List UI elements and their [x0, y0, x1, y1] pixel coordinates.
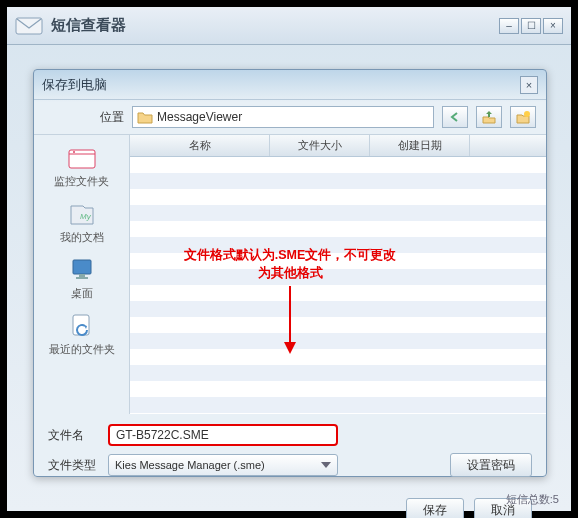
- filetype-select[interactable]: Kies Message Manager (.sme): [108, 454, 338, 476]
- sidebar-item-label: 监控文件夹: [54, 174, 109, 189]
- status-bar: 短信总数:5: [506, 492, 559, 507]
- save-dialog: 保存到电脑 × 位置 MessageViewer 监控文件夹: [33, 69, 547, 477]
- path-text: MessageViewer: [157, 110, 242, 124]
- title-bar: 短信查看器 – ☐ ×: [7, 7, 571, 45]
- desktop-icon: [67, 255, 97, 283]
- svg-rect-2: [69, 150, 95, 168]
- set-password-button[interactable]: 设置密码: [450, 453, 532, 477]
- sidebar-item-my-documents[interactable]: My 我的文档: [60, 199, 104, 245]
- svg-rect-0: [16, 18, 42, 34]
- column-headers: 名称 文件大小 创建日期: [130, 135, 546, 157]
- col-size[interactable]: 文件大小: [270, 135, 370, 156]
- mail-icon: [15, 16, 43, 36]
- svg-rect-6: [79, 274, 85, 277]
- dialog-titlebar: 保存到电脑 ×: [34, 70, 546, 100]
- svg-rect-5: [73, 260, 91, 274]
- file-list-body[interactable]: 文件格式默认为.SME文件，不可更改 为其他格式: [130, 157, 546, 414]
- col-date[interactable]: 创建日期: [370, 135, 470, 156]
- app-title: 短信查看器: [51, 16, 126, 35]
- dialog-title: 保存到电脑: [42, 76, 107, 94]
- folder-icon: [137, 110, 153, 124]
- up-button[interactable]: [476, 106, 502, 128]
- minimize-button[interactable]: –: [499, 18, 519, 34]
- svg-rect-7: [76, 277, 88, 279]
- sidebar-item-recent-folder[interactable]: 最近的文件夹: [49, 311, 115, 357]
- save-button[interactable]: 保存: [406, 498, 464, 518]
- monitor-folder-icon: [67, 143, 97, 171]
- sidebar-item-label: 桌面: [71, 286, 93, 301]
- annotation-line2: 为其他格式: [160, 265, 420, 283]
- sidebar-item-label: 我的文档: [60, 230, 104, 245]
- back-button[interactable]: [442, 106, 468, 128]
- dialog-close-button[interactable]: ×: [520, 76, 538, 94]
- sidebar-item-monitor-folder[interactable]: 监控文件夹: [54, 143, 109, 189]
- svg-point-3: [73, 151, 75, 153]
- location-label: 位置: [92, 109, 124, 126]
- filename-input[interactable]: [108, 424, 338, 446]
- maximize-button[interactable]: ☐: [521, 18, 541, 34]
- svg-point-1: [524, 111, 530, 117]
- filetype-label: 文件类型: [48, 457, 98, 474]
- arrow-icon: [280, 286, 300, 356]
- annotation: 文件格式默认为.SME文件，不可更改 为其他格式: [160, 247, 420, 356]
- recent-icon: [67, 311, 97, 339]
- sidebar-item-label: 最近的文件夹: [49, 342, 115, 357]
- chevron-down-icon: [321, 462, 331, 468]
- filetype-value: Kies Message Manager (.sme): [115, 459, 265, 471]
- filename-label: 文件名: [48, 427, 98, 444]
- new-folder-button[interactable]: [510, 106, 536, 128]
- app-window: 短信查看器 – ☐ × 保存到电脑 × 位置 MessageViewer: [7, 7, 571, 511]
- svg-text:My: My: [80, 212, 92, 221]
- col-name[interactable]: 名称: [130, 135, 270, 156]
- path-input[interactable]: MessageViewer: [132, 106, 434, 128]
- close-button[interactable]: ×: [543, 18, 563, 34]
- annotation-line1: 文件格式默认为.SME文件，不可更改: [160, 247, 420, 265]
- sidebar-item-desktop[interactable]: 桌面: [67, 255, 97, 301]
- file-list: 名称 文件大小 创建日期 文件格式默认为.SME文件，不可更改 为其他格式: [130, 134, 546, 414]
- documents-icon: My: [67, 199, 97, 227]
- sidebar: 监控文件夹 My 我的文档 桌面 最近的文件夹: [34, 134, 130, 414]
